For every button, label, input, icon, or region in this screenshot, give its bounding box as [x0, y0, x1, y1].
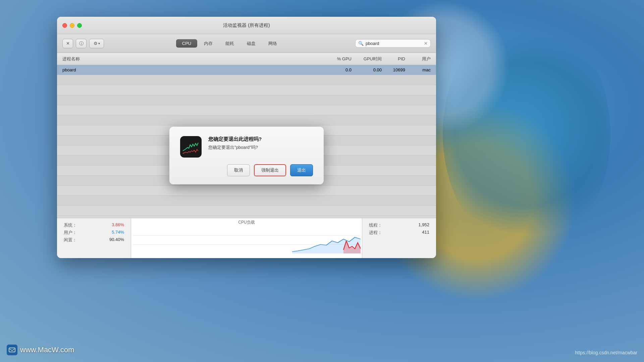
tab-memory[interactable]: 内存	[198, 39, 219, 48]
threads-stat-row: 线程： 1,952	[369, 222, 429, 228]
title-bar: 活动监视器 (所有进程)	[57, 17, 436, 34]
column-header-pid[interactable]: PID	[386, 56, 409, 61]
threads-label: 线程：	[369, 222, 382, 228]
threads-section: 线程： 1,952 进程： 411	[362, 218, 436, 258]
toolbar-action-buttons: ✕ ⓘ ⚙ ▾	[62, 39, 104, 48]
modal-subtitle: 您确定要退出"pboard"吗?	[208, 144, 313, 150]
modal-text: 您确定要退出此进程吗? 您确定要退出"pboard"吗?	[208, 136, 313, 150]
tab-energy[interactable]: 能耗	[219, 39, 240, 48]
close-button[interactable]	[62, 23, 67, 28]
user-stat-row: 用户： 5.74%	[64, 230, 124, 236]
watermark-text: www.MacW.com	[20, 346, 74, 354]
cpu-stats-section: 系统： 3.86% 用户： 5.74% 闲置： 90.40%	[57, 218, 131, 258]
process-value: 411	[422, 230, 429, 236]
window-title: 活动监视器 (所有进程)	[223, 22, 270, 28]
cpu-chart-label: CPU负载	[132, 220, 361, 225]
traffic-lights	[62, 23, 82, 28]
cpu-chart-section: CPU负载	[131, 218, 362, 258]
column-header-process[interactable]: 进程名称	[57, 56, 329, 62]
svg-rect-1	[181, 137, 200, 156]
idle-stat-row: 闲置： 90.40%	[64, 237, 124, 243]
system-label: 系统：	[64, 222, 77, 228]
threads-value: 1,952	[418, 222, 429, 228]
modal-content-area: 您确定要退出此进程吗? 您确定要退出"pboard"吗?	[180, 136, 313, 158]
modal-title: 您确定要退出此进程吗?	[208, 136, 313, 142]
watermark-icon	[7, 345, 17, 355]
tab-bar: CPU 内存 能耗 磁盘 网络	[108, 39, 351, 48]
idle-value: 90.40%	[109, 237, 124, 243]
svg-rect-0	[9, 348, 15, 352]
user-value: 5.74%	[112, 230, 124, 236]
column-header-user[interactable]: 用户	[409, 56, 436, 62]
search-icon: 🔍	[358, 41, 364, 46]
table-body-area: pboard 0.0 0.00 10699 mac	[57, 65, 436, 218]
minimize-button[interactable]	[70, 23, 74, 28]
watermark-left: www.MacW.com	[7, 345, 74, 355]
tab-cpu[interactable]: CPU	[176, 39, 197, 48]
cancel-button[interactable]: 取消	[227, 164, 250, 176]
quit-button[interactable]: 退出	[290, 164, 313, 176]
toolbar: ✕ ⓘ ⚙ ▾ CPU 内存 能耗 磁盘 网络 🔍 ✕	[57, 34, 436, 53]
system-value: 3.86%	[112, 222, 124, 228]
modal-overlay: 您确定要退出此进程吗? 您确定要退出"pboard"吗? 取消 强制退出 退出	[57, 65, 436, 218]
system-stat-row: 系统： 3.86%	[64, 222, 124, 228]
table-header: 进程名称 % GPU GPU时间 PID 用户	[57, 53, 436, 65]
process-stat-row: 进程： 411	[369, 230, 429, 236]
status-bar: 系统： 3.86% 用户： 5.74% 闲置： 90.40% CPU负载	[57, 218, 436, 258]
watermark-right: https://blog.csdn.net/macwbar	[575, 350, 637, 355]
maximize-button[interactable]	[77, 23, 82, 28]
close-process-icon: ✕	[66, 41, 70, 46]
tab-disk[interactable]: 磁盘	[241, 39, 262, 48]
cpu-chart	[132, 227, 361, 253]
modal-buttons: 取消 强制退出 退出	[180, 164, 313, 176]
modal-app-icon	[180, 136, 202, 158]
gear-icon: ⚙	[94, 41, 98, 46]
force-quit-button[interactable]: 强制退出	[254, 164, 286, 176]
tab-network[interactable]: 网络	[262, 39, 283, 48]
process-label: 进程：	[369, 230, 382, 236]
modal-dialog: 您确定要退出此进程吗? 您确定要退出"pboard"吗? 取消 强制退出 退出	[169, 127, 324, 184]
close-process-button[interactable]: ✕	[62, 39, 73, 48]
idle-label: 闲置：	[64, 237, 77, 243]
search-bar: 🔍 ✕	[355, 39, 431, 48]
column-header-gpu[interactable]: % GPU	[329, 56, 356, 61]
info-icon: ⓘ	[79, 41, 84, 47]
search-input[interactable]	[366, 41, 422, 46]
user-label: 用户：	[64, 230, 77, 236]
gear-button[interactable]: ⚙ ▾	[89, 39, 104, 48]
app-window: 活动监视器 (所有进程) ✕ ⓘ ⚙ ▾ CPU 内存 能耗 磁盘 网络 �	[57, 17, 436, 258]
search-clear-icon[interactable]: ✕	[424, 41, 428, 46]
info-button[interactable]: ⓘ	[76, 39, 87, 48]
column-header-gpu-time[interactable]: GPU时间	[356, 56, 386, 62]
gear-arrow-icon: ▾	[98, 42, 100, 45]
